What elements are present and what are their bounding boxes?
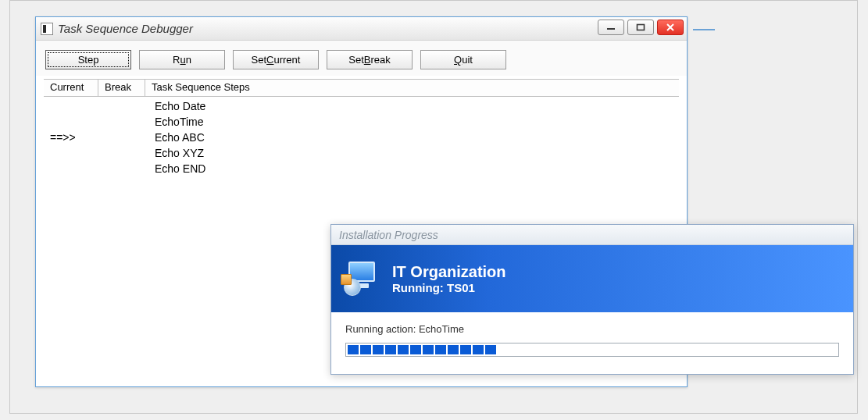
list-row[interactable]: EchoTime bbox=[44, 114, 679, 130]
progress-segment bbox=[398, 345, 409, 354]
column-header-break[interactable]: Break bbox=[98, 80, 145, 96]
list-row[interactable]: ==>> Echo ABC bbox=[44, 130, 679, 145]
progress-segment bbox=[348, 345, 359, 354]
progress-window-title: Installation Progress bbox=[339, 229, 438, 241]
close-icon bbox=[666, 23, 675, 31]
progress-segment bbox=[485, 345, 496, 354]
toolbar: Step Run Set Current Set Break Quit bbox=[36, 41, 687, 76]
progress-segment bbox=[435, 345, 446, 354]
progress-segment bbox=[448, 345, 459, 354]
title-bar[interactable]: Task Sequence Debugger bbox=[36, 17, 687, 41]
running-task-sequence: Running: TS01 bbox=[392, 281, 506, 294]
progress-segment bbox=[410, 345, 421, 354]
progress-segment bbox=[473, 345, 484, 354]
minimize-button[interactable] bbox=[598, 20, 624, 35]
cell-step-name: Echo END bbox=[152, 162, 679, 175]
progress-title-bar[interactable]: Installation Progress bbox=[331, 225, 853, 245]
svg-rect-1 bbox=[638, 25, 645, 30]
quit-button[interactable]: Quit bbox=[420, 50, 506, 69]
banner-text: IT Organization Running: TS01 bbox=[392, 263, 506, 294]
window-title: Task Sequence Debugger bbox=[58, 22, 193, 35]
minimize-icon bbox=[606, 23, 616, 31]
window-controls bbox=[598, 20, 684, 35]
maximize-icon bbox=[636, 23, 645, 31]
run-button[interactable]: Run bbox=[139, 50, 225, 69]
decorative-line bbox=[693, 29, 715, 30]
progress-segment bbox=[423, 345, 434, 354]
column-headers: Current Break Task Sequence Steps bbox=[44, 80, 679, 97]
progress-body: Running action: EchoTime bbox=[331, 312, 853, 374]
maximize-button[interactable] bbox=[627, 20, 654, 35]
cell-step-name: Echo XYZ bbox=[152, 147, 679, 159]
progress-banner: IT Organization Running: TS01 bbox=[331, 245, 853, 312]
organization-name: IT Organization bbox=[392, 263, 506, 281]
cell-step-name: EchoTime bbox=[152, 116, 679, 128]
set-break-button[interactable]: Set Break bbox=[327, 50, 413, 69]
cell-current-marker: ==>> bbox=[44, 131, 105, 144]
progress-bar bbox=[345, 343, 839, 357]
app-icon bbox=[41, 23, 53, 35]
column-header-current[interactable]: Current bbox=[44, 80, 98, 96]
list-row[interactable]: Echo XYZ bbox=[44, 145, 679, 161]
svg-rect-0 bbox=[607, 28, 615, 30]
column-header-steps[interactable]: Task Sequence Steps bbox=[145, 80, 679, 96]
progress-segment bbox=[373, 345, 384, 354]
running-action-text: Running action: EchoTime bbox=[345, 323, 839, 335]
progress-segment bbox=[360, 345, 371, 354]
cell-step-name: Echo ABC bbox=[152, 131, 679, 144]
progress-segment bbox=[385, 345, 396, 354]
background-panel: Task Sequence Debugger Step Run Set Curr… bbox=[9, 0, 858, 414]
list-body: Echo Date EchoTime ==>> Echo ABC Echo XY… bbox=[44, 97, 679, 176]
progress-segment bbox=[460, 345, 471, 354]
install-icon bbox=[344, 260, 381, 297]
set-current-button[interactable]: Set Current bbox=[233, 50, 319, 69]
cell-step-name: Echo Date bbox=[152, 100, 679, 112]
close-button[interactable] bbox=[657, 20, 684, 35]
list-row[interactable]: Echo END bbox=[44, 161, 679, 176]
list-row[interactable]: Echo Date bbox=[44, 98, 679, 114]
step-list: Current Break Task Sequence Steps Echo D… bbox=[44, 79, 679, 176]
installation-progress-window: Installation Progress IT Organization Ru… bbox=[330, 224, 854, 375]
step-button[interactable]: Step bbox=[45, 50, 131, 69]
